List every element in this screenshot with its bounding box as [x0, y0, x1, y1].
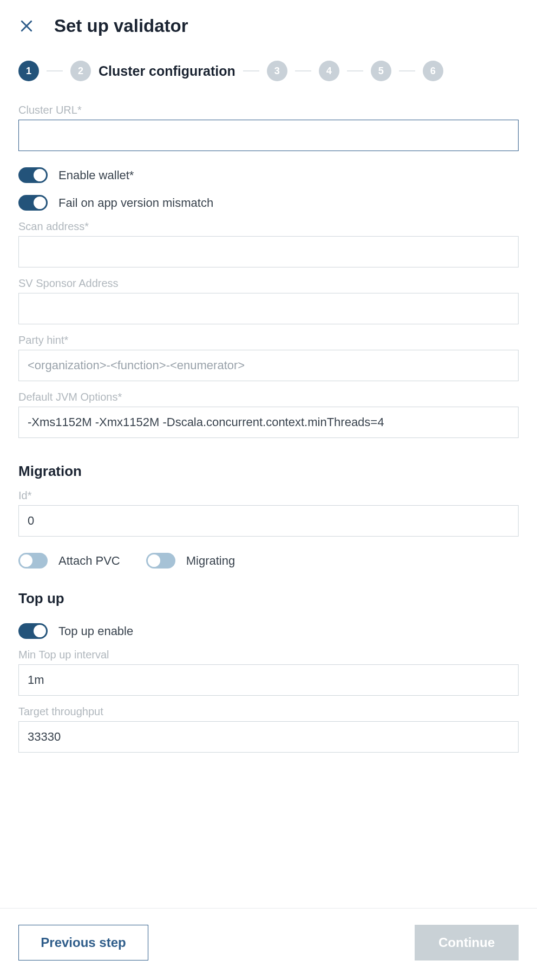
- step-connector: [347, 70, 363, 71]
- scan-address-input[interactable]: [18, 236, 519, 267]
- step-3[interactable]: 3: [267, 61, 287, 81]
- enable-wallet-toggle[interactable]: [18, 167, 48, 183]
- page-title: Set up validator: [54, 16, 188, 36]
- step-connector: [399, 70, 415, 71]
- enable-wallet-label: Enable wallet*: [58, 168, 134, 182]
- topup-enable-toggle[interactable]: [18, 623, 48, 639]
- jvm-options-input[interactable]: [18, 407, 519, 438]
- step-4[interactable]: 4: [319, 61, 339, 81]
- party-hint-label: Party hint*: [18, 334, 519, 347]
- migration-heading: Migration: [18, 463, 519, 480]
- continue-button[interactable]: Continue: [415, 925, 519, 961]
- step-2[interactable]: 2: [70, 61, 91, 81]
- step-5[interactable]: 5: [371, 61, 391, 81]
- fail-on-mismatch-toggle[interactable]: [18, 195, 48, 211]
- cluster-url-label: Cluster URL*: [18, 104, 519, 116]
- step-connector: [47, 70, 63, 71]
- migrating-label: Migrating: [186, 554, 235, 568]
- step-connector: [243, 70, 259, 71]
- jvm-options-label: Default JVM Options*: [18, 391, 519, 403]
- attach-pvc-toggle[interactable]: [18, 553, 48, 569]
- migration-id-input[interactable]: [18, 505, 519, 537]
- topup-enable-label: Top up enable: [58, 624, 133, 638]
- cluster-url-input[interactable]: [18, 120, 519, 151]
- previous-step-button[interactable]: Previous step: [18, 925, 148, 961]
- min-topup-interval-input[interactable]: [18, 664, 519, 696]
- scan-address-label: Scan address*: [18, 220, 519, 233]
- target-throughput-input[interactable]: [18, 721, 519, 753]
- party-hint-input[interactable]: [18, 350, 519, 381]
- fail-on-mismatch-label: Fail on app version mismatch: [58, 196, 213, 210]
- target-throughput-label: Target throughput: [18, 705, 519, 718]
- step-label: Cluster configuration: [99, 63, 235, 79]
- sv-sponsor-input[interactable]: [18, 293, 519, 324]
- stepper: 1 2 Cluster configuration 3 4 5 6: [18, 61, 519, 81]
- step-connector: [295, 70, 311, 71]
- action-bar: Previous step Continue: [0, 908, 537, 980]
- sv-sponsor-label: SV Sponsor Address: [18, 277, 519, 290]
- close-icon[interactable]: [18, 18, 35, 34]
- migrating-toggle[interactable]: [146, 553, 175, 569]
- topup-heading: Top up: [18, 590, 519, 607]
- migration-id-label: Id*: [18, 489, 519, 502]
- step-1[interactable]: 1: [18, 61, 39, 81]
- attach-pvc-label: Attach PVC: [58, 554, 120, 568]
- step-6[interactable]: 6: [423, 61, 443, 81]
- min-topup-interval-label: Min Top up interval: [18, 649, 519, 661]
